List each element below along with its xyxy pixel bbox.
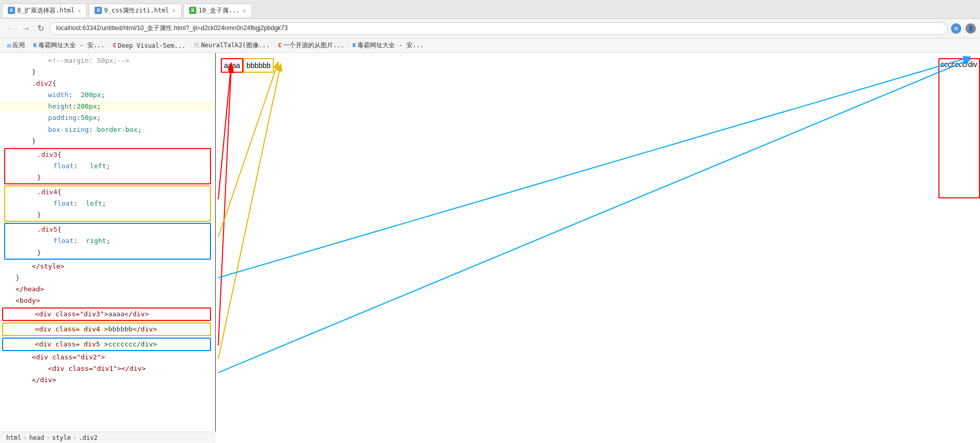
line-content: .div2{ xyxy=(16,78,211,89)
code-line-div3-brace: } xyxy=(5,172,210,183)
code-line-body-open: <body> xyxy=(0,295,215,306)
code-line-html-div4: <div class= div4 >bbbbbb</div> xyxy=(3,324,210,335)
code-line-html-div5: <div class= div5 >ccccccc/div> xyxy=(3,339,210,350)
code-line-brace3: } xyxy=(0,272,215,284)
code-line-boxsizing: box-sizing: border-box; xyxy=(0,124,215,136)
demo-div4: bbbbbb xyxy=(243,58,274,73)
code-line-padding: padding:50px; xyxy=(0,112,215,124)
code-line-html-div1: <div class="div1"></div> xyxy=(0,363,215,374)
line-content: </div> xyxy=(16,374,211,386)
code-line-div5-brace: } xyxy=(5,247,210,259)
html-div3-box: <div class="div3">aaaa</div> xyxy=(2,307,211,321)
line-content: } xyxy=(16,136,211,147)
bookmark-5[interactable]: K 毒霸网址大全 - 安... xyxy=(350,40,427,51)
address-bar[interactable] xyxy=(49,22,948,35)
tab-1-close[interactable]: ✕ xyxy=(78,7,82,14)
svg-line-0 xyxy=(218,64,231,199)
demo-div5-text: ccccccc/div xyxy=(941,60,977,69)
code-line-brace1: } xyxy=(0,66,215,78)
code-line-div3: .div3{ xyxy=(5,149,210,160)
svg-line-4 xyxy=(218,57,970,278)
tab-2[interactable]: H 9_css属性ziti.html ✕ xyxy=(89,4,181,17)
line-content: <!--margin: 50px;--> xyxy=(16,55,211,66)
toolbar-icons: ⊞ 👤 xyxy=(951,23,976,34)
line-content: float: left; xyxy=(21,160,206,172)
preview-panel: aaaa bbbbbb ccccccc/div xyxy=(216,53,980,443)
line-content: } xyxy=(16,272,211,284)
code-line-div5-float: float: right; xyxy=(5,235,210,247)
bookmark-3[interactable]: 简 NeuralTalk2(图像... xyxy=(191,40,273,51)
bookmark-3-label: NeuralTalk2(图像... xyxy=(201,41,270,50)
tab-3[interactable]: H 10_盒子属... ✕ xyxy=(183,4,252,17)
code-line-html-div2: <div class="div2"> xyxy=(0,352,215,363)
tab-3-label: 10_盒子属... xyxy=(198,6,240,15)
line-content: .div5{ xyxy=(21,224,206,235)
demo-div4-text: bbbbbb xyxy=(246,61,271,70)
tab-3-close[interactable]: ✕ xyxy=(243,7,246,14)
bookmark-4[interactable]: C 一个开源的从图片... xyxy=(275,40,347,51)
code-line-div4-float: float: left; xyxy=(5,198,210,209)
code-line-brace2: } xyxy=(0,136,215,147)
bookmark-2-icon: C xyxy=(113,42,116,49)
bookmark-5-label: 毒霸网址大全 - 安... xyxy=(357,41,423,50)
svg-line-2 xyxy=(218,63,278,237)
demo-div3-text: aaaa xyxy=(224,61,240,70)
breadcrumb: html › head › style › .div2 xyxy=(6,434,98,441)
breadcrumb-sep3: › xyxy=(73,434,76,441)
div4-box: .div4{ float: left; } xyxy=(4,185,211,222)
apps-icon: ⊞ xyxy=(7,42,11,49)
bookmark-3-icon: 简 xyxy=(194,42,200,49)
bookmark-1[interactable]: K 毒霸网址大全 - 安... xyxy=(30,40,108,51)
tab-2-label: 9_css属性ziti.html xyxy=(104,6,169,15)
line-content: float: right; xyxy=(21,235,206,247)
bookmark-apps[interactable]: ⊞ 应用 xyxy=(4,40,28,51)
bookmark-1-label: 毒霸网址大全 - 安... xyxy=(38,41,104,50)
line-content: height:200px; xyxy=(16,101,211,112)
browser-tabs: H 8_扩展选择器.html ✕ H 9_css属性ziti.html ✕ H … xyxy=(0,0,980,19)
breadcrumb-style: style xyxy=(52,434,71,441)
code-line-html-div3: <div class="div3">aaaa</div> xyxy=(3,308,210,320)
line-content: box-sizing: border-box; xyxy=(16,124,211,136)
breadcrumb-head: head xyxy=(29,434,44,441)
line-content: .div4{ xyxy=(21,186,206,198)
extensions-icon[interactable]: ⊞ xyxy=(951,23,961,34)
line-content: width: 200px; xyxy=(16,89,211,101)
line-content: } xyxy=(21,172,206,183)
demo-div5-right: ccccccc/div xyxy=(938,58,980,198)
code-line-div4: .div4{ xyxy=(5,186,210,198)
line-content: } xyxy=(21,247,206,259)
profile-icon[interactable]: 👤 xyxy=(965,23,976,34)
bookmark-1-icon: K xyxy=(33,42,37,49)
tab-1-label: 8_扩展选择器.html xyxy=(17,6,75,15)
code-line-div5: .div5{ xyxy=(5,224,210,235)
code-line-div4-brace: } xyxy=(5,209,210,221)
bookmark-4-icon: C xyxy=(278,42,282,49)
bookmark-apps-label: 应用 xyxy=(12,41,25,50)
line-content: <div class="div3">aaaa</div> xyxy=(19,308,206,320)
code-panel[interactable]: <!--margin: 50px;--> } .div2{ width: 200… xyxy=(0,53,216,432)
line-content: <body> xyxy=(16,295,211,306)
line-content: } xyxy=(16,66,211,78)
tab-1-icon: H xyxy=(8,7,15,14)
svg-line-3 xyxy=(218,65,281,359)
code-line-head-close: </head> xyxy=(0,284,215,295)
bookmark-2[interactable]: C Deep Visual-Sem... xyxy=(110,41,189,50)
back-button[interactable]: ← xyxy=(4,23,17,34)
svg-line-5 xyxy=(218,60,970,373)
div5-box: .div5{ float: right; } xyxy=(4,223,211,259)
forward-button[interactable]: → xyxy=(20,23,32,34)
reload-button[interactable]: ↻ xyxy=(35,22,46,34)
code-line-div3-float: float: left; xyxy=(5,160,210,172)
line-content: <div class="div2"> xyxy=(16,352,211,363)
code-line-div2: .div2{ xyxy=(0,78,215,89)
svg-line-1 xyxy=(218,66,231,345)
line-content: </head> xyxy=(16,284,211,295)
line-content: padding:50px; xyxy=(16,112,211,124)
tab-1[interactable]: H 8_扩展选择器.html ✕ xyxy=(2,4,87,17)
browser-toolbar: ← → ↻ ⊞ 👤 xyxy=(0,19,980,38)
tab-2-close[interactable]: ✕ xyxy=(172,7,176,14)
line-content: <div class= div5 >ccccccc/div> xyxy=(19,339,206,350)
line-content: <div class="div1"></div> xyxy=(16,363,211,374)
code-line-comment: <!--margin: 50px;--> xyxy=(0,55,215,66)
line-content: } xyxy=(21,209,206,221)
